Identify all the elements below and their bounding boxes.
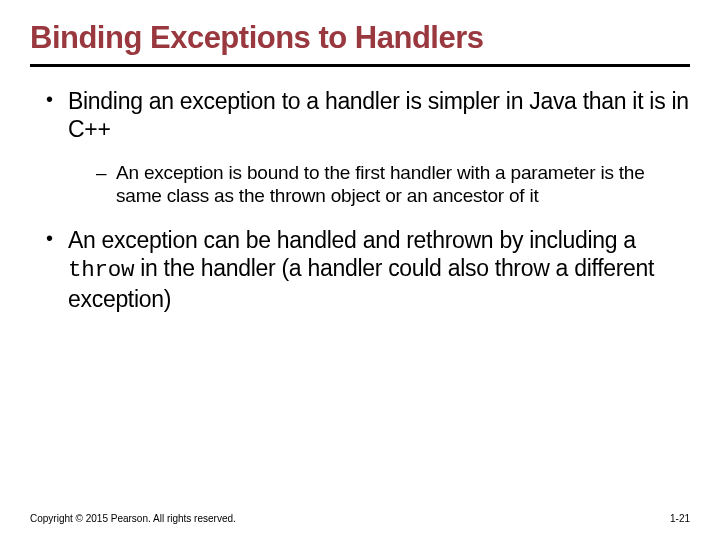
slide-footer: Copyright © 2015 Pearson. All rights res… — [30, 513, 690, 524]
copyright-text: Copyright © 2015 Pearson. All rights res… — [30, 513, 236, 524]
bullet-list: Binding an exception to a handler is sim… — [40, 87, 690, 313]
bullet-2-post: in the handler (a handler could also thr… — [68, 255, 654, 312]
slide-content: Binding an exception to a handler is sim… — [30, 87, 690, 313]
page-number: 1-21 — [670, 513, 690, 524]
bullet-1: Binding an exception to a handler is sim… — [40, 87, 690, 209]
bullet-2-code: throw — [68, 257, 134, 283]
bullet-1-text: Binding an exception to a handler is sim… — [68, 88, 689, 142]
sub-bullet-list: An exception is bound to the first handl… — [68, 161, 690, 209]
bullet-2: An exception can be handled and rethrown… — [40, 226, 690, 313]
bullet-2-pre: An exception can be handled and rethrown… — [68, 227, 636, 253]
title-divider — [30, 64, 690, 67]
slide: Binding Exceptions to Handlers Binding a… — [0, 0, 720, 540]
slide-title: Binding Exceptions to Handlers — [30, 20, 690, 56]
sub-bullet-1: An exception is bound to the first handl… — [94, 161, 690, 209]
